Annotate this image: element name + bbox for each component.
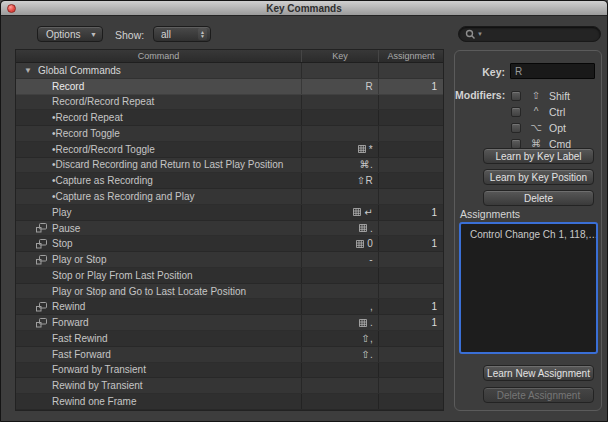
command-row[interactable]: Stop or Play From Last Position [16, 268, 443, 284]
command-row[interactable]: Play↵1 [16, 205, 443, 221]
ctrl-checkbox[interactable] [511, 107, 521, 117]
command-row[interactable]: •Capture as Recording⇧R [16, 173, 443, 189]
command-row[interactable]: Rewind one Frame [16, 394, 443, 410]
shift-checkbox[interactable] [511, 91, 521, 101]
command-label: •Discard Recording and Return to Last Pl… [52, 159, 283, 170]
cmd-checkbox[interactable] [511, 139, 521, 149]
command-label: •Capture as Recording [52, 175, 153, 186]
key-cell: ⇧, [301, 331, 378, 346]
command-row[interactable]: Fast Rewind⇧, [16, 331, 443, 347]
assignment-count [378, 63, 443, 78]
search-icon: ▼ [465, 29, 483, 40]
options-button-label: Options [46, 29, 80, 40]
keypad-icon [359, 224, 367, 232]
command-label: Fast Forward [52, 349, 111, 360]
shift-symbol-icon: ⇧ [527, 90, 545, 101]
command-row[interactable]: •Record Toggle [16, 126, 443, 142]
assignment-count [378, 363, 443, 378]
key-cell [301, 63, 378, 78]
learn-by-key-label-button[interactable]: Learn by Key Label [483, 148, 594, 164]
command-row[interactable]: Rewind,1 [16, 299, 443, 315]
command-label: Fast Rewind [52, 333, 108, 344]
controller-assignment-icon [36, 318, 47, 328]
assignment-count: 1 [378, 79, 443, 94]
key-cell [301, 95, 378, 110]
command-row[interactable]: Forward by Transient [16, 363, 443, 379]
command-row[interactable]: •Capture as Recording and Play [16, 189, 443, 205]
command-row[interactable]: Pause. [16, 221, 443, 237]
key-shortcut-text: ⇧R [357, 175, 373, 186]
learn-by-key-position-button[interactable]: Learn by Key Position [483, 169, 594, 185]
key-cell [301, 189, 378, 204]
key-cell [301, 284, 378, 299]
key-input[interactable] [510, 63, 595, 79]
command-row[interactable]: Fast Forward⇧. [16, 347, 443, 363]
key-commands-window: Key Commands Options ▼ Show: all ▲▼ ▼ Co… [0, 0, 608, 422]
command-label: Stop or Play From Last Position [52, 270, 193, 281]
key-cell: ⇧. [301, 347, 378, 362]
window-title: Key Commands [1, 1, 607, 16]
show-filter-value: all [161, 29, 171, 40]
delete-key-button[interactable]: Delete [483, 190, 594, 206]
assignment-count [378, 252, 443, 267]
key-cell [301, 363, 378, 378]
key-shortcut-text: , [370, 301, 373, 312]
assignment-count [378, 347, 443, 362]
assignment-count: 1 [378, 299, 443, 314]
keypad-icon [359, 319, 367, 327]
column-header-command: Command [16, 50, 301, 62]
key-cell [301, 110, 378, 125]
assignment-count: 1 [378, 236, 443, 251]
key-cell: , [301, 299, 378, 314]
command-row[interactable]: •Record/Record Toggle* [16, 142, 443, 158]
group-row[interactable]: ▼Global Commands [16, 63, 443, 79]
search-field[interactable]: ▼ [458, 26, 601, 42]
key-shortcut-text: * [369, 144, 373, 155]
modifier-row: ⇧Shift [511, 89, 570, 102]
assignment-count [378, 221, 443, 236]
command-row[interactable]: Record/Record Repeat [16, 95, 443, 111]
assignment-count [378, 142, 443, 157]
close-button[interactable] [7, 4, 16, 13]
key-cell: ⌘. [301, 158, 378, 173]
keypad-icon [353, 208, 361, 216]
command-row[interactable]: Stop01 [16, 236, 443, 252]
opt-checkbox[interactable] [511, 123, 521, 133]
assignment-count [378, 268, 443, 283]
assignment-count [378, 331, 443, 346]
key-shortcut-text: - [369, 254, 373, 265]
command-row[interactable]: •Record Repeat [16, 110, 443, 126]
command-label: •Capture as Recording and Play [52, 191, 194, 202]
chevron-down-icon: ▼ [90, 31, 97, 38]
key-shortcut-text: . [370, 317, 373, 328]
modifiers-label: Modifiers: [455, 89, 505, 101]
assignment-count [378, 189, 443, 204]
command-row[interactable]: Rewind by Transient [16, 378, 443, 394]
disclosure-triangle-icon[interactable]: ▼ [24, 66, 32, 75]
command-row[interactable]: Forward.1 [16, 315, 443, 331]
keypad-icon [356, 240, 364, 248]
command-row[interactable]: Play or Stop- [16, 252, 443, 268]
command-row[interactable]: RecordR1 [16, 79, 443, 95]
key-shortcut-text: ⌘. [360, 159, 373, 170]
command-row[interactable]: •Discard Recording and Return to Last Pl… [16, 158, 443, 174]
ctrl-symbol-icon: ^ [527, 106, 545, 117]
command-label: Forward [52, 317, 89, 328]
command-label: •Record Repeat [52, 112, 123, 123]
search-input[interactable] [483, 28, 594, 40]
show-filter-select[interactable]: all ▲▼ [153, 26, 211, 42]
delete-assignment-button[interactable]: Delete Assignment [483, 387, 594, 403]
command-label: Record [52, 81, 84, 92]
modifier-name: Shift [549, 90, 570, 102]
key-shortcut-text: R [365, 81, 373, 92]
show-label: Show: [115, 29, 144, 41]
key-cell [301, 268, 378, 283]
key-shortcut-text: ⇧, [361, 333, 373, 344]
assignment-item[interactable]: Control Change Ch 1, 118,… [461, 224, 596, 242]
key-cell: * [301, 142, 378, 157]
learn-new-assignment-button[interactable]: Learn New Assignment [483, 365, 594, 381]
options-button[interactable]: Options ▼ [37, 26, 103, 42]
command-row[interactable]: Play or Stop and Go to Last Locate Posit… [16, 284, 443, 300]
command-label: Play or Stop and Go to Last Locate Posit… [52, 286, 246, 297]
key-cell [301, 126, 378, 141]
